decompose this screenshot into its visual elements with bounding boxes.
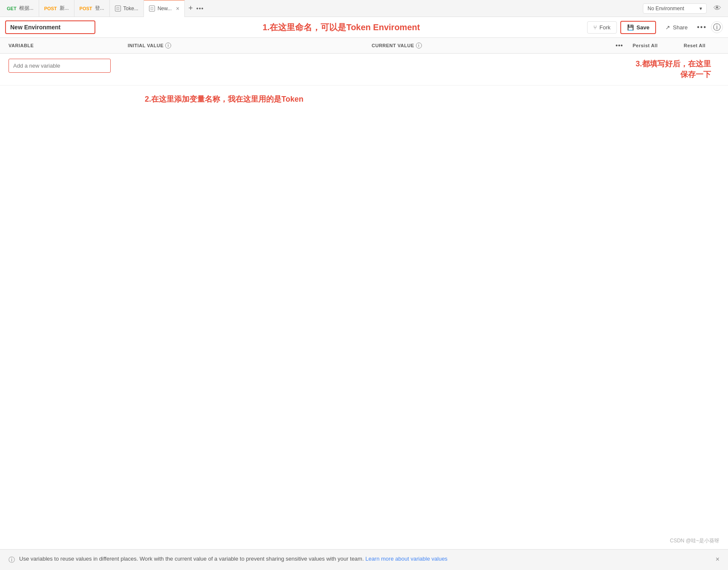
annotation-3: 3.都填写好后，在这里 保存一下	[636, 59, 719, 80]
env-dropdown-area: No Environment ▾ 👁	[638, 3, 726, 14]
env-icon-new: ⊡	[149, 6, 155, 11]
tab-post-login[interactable]: POST 登...	[75, 0, 110, 17]
tab-close-button[interactable]: ×	[176, 5, 179, 12]
info-button[interactable]: ⓘ	[711, 21, 723, 33]
col-current-header: CURRENT VALUE i	[368, 38, 612, 53]
new-variable-input[interactable]	[9, 59, 111, 73]
info-icon: ⓘ	[713, 22, 721, 32]
chevron-down-icon: ▾	[699, 6, 702, 11]
tab-get[interactable]: GET 根据...	[2, 0, 39, 17]
tab-add-button[interactable]: +	[188, 4, 193, 13]
env-selected-value: No Environment	[648, 6, 684, 11]
env-icon-token: ⊡	[115, 6, 121, 11]
share-button[interactable]: ↗ Share	[659, 22, 694, 33]
tip-close-button[interactable]: ×	[716, 556, 719, 563]
tab-bar: GET 根据... POST 新... POST 登... ⊡ Toke... …	[0, 0, 728, 17]
method-post-new-label: POST	[44, 6, 57, 11]
content-area: 1.在这里命名，可以是Token Enviroment ⑂ Fork 💾 Sav…	[0, 17, 728, 570]
tab-get-label: 根据...	[19, 5, 34, 12]
col-initial-header: INITIAL VALUE i	[124, 38, 368, 53]
save-button[interactable]: 💾 Save	[620, 21, 656, 34]
tab-post-new[interactable]: POST 新...	[39, 0, 75, 17]
col-variable-header: VARIABLE	[5, 38, 124, 53]
tab-post-login-text: 登...	[95, 5, 104, 12]
initial-value-info-icon[interactable]: i	[165, 43, 171, 48]
share-label: Share	[673, 24, 688, 31]
variable-cell	[5, 57, 124, 74]
variables-section: VARIABLE INITIAL VALUE i CURRENT VALUE i…	[0, 38, 728, 570]
tab-token-env[interactable]: ⊡ Toke...	[110, 0, 144, 17]
tip-info-icon: ⓘ	[9, 556, 15, 564]
annotation-2: 2.在这里添加变量名称，我在这里用的是Token	[0, 86, 728, 108]
new-variable-row: 3.都填写好后，在这里 保存一下	[0, 54, 728, 86]
current-value-cell[interactable]	[324, 57, 524, 64]
save-icon: 💾	[627, 24, 634, 31]
table-header: VARIABLE INITIAL VALUE i CURRENT VALUE i…	[0, 38, 728, 54]
initial-value-cell[interactable]	[124, 57, 324, 64]
tip-learn-more-link[interactable]: Learn more about variable values	[365, 556, 447, 562]
col-reset-header[interactable]: Reset All	[680, 38, 723, 53]
more-options-button[interactable]: •••	[697, 23, 707, 31]
current-value-info-icon[interactable]: i	[416, 43, 422, 48]
fork-button[interactable]: ⑂ Fork	[587, 21, 617, 34]
method-get-label: GET	[7, 6, 17, 11]
eye-icon[interactable]: 👁	[714, 4, 721, 13]
tip-text-content: Use variables to reuse values in differe…	[19, 556, 447, 562]
environment-name-input[interactable]	[5, 20, 95, 34]
annotation-1: 1.在这里命名，可以是Token Enviroment	[100, 22, 583, 33]
annotation-3-area: 3.都填写好后，在这里 保存一下	[523, 57, 723, 82]
fork-icon: ⑂	[593, 24, 597, 31]
tip-text: Use variables to reuse values in differe…	[19, 556, 364, 562]
watermark: CSDN @哇~是小葵呀	[670, 537, 719, 544]
tab-new-label: New...	[158, 6, 172, 11]
environment-selector[interactable]: No Environment ▾	[643, 3, 707, 14]
bottom-tip: ⓘ Use variables to reuse values in diffe…	[0, 549, 728, 570]
col-persist-header[interactable]: Persist All	[629, 38, 680, 53]
tab-more-button[interactable]: •••	[196, 5, 204, 12]
method-post-login-label: POST	[80, 6, 92, 11]
share-icon: ↗	[665, 24, 670, 31]
tab-actions: + •••	[185, 4, 207, 13]
tab-post-new-text: 新...	[60, 5, 69, 12]
main-toolbar: 1.在这里命名，可以是Token Enviroment ⑂ Fork 💾 Sav…	[0, 17, 728, 38]
tab-new-env[interactable]: ⊡ New... ×	[144, 0, 185, 17]
toolbar-buttons: ⑂ Fork 💾 Save ↗ Share •••	[587, 21, 707, 34]
save-label: Save	[636, 24, 649, 31]
col-more-header: •••	[612, 38, 629, 53]
tab-token-label: Toke...	[123, 6, 138, 11]
fork-label: Fork	[599, 24, 610, 31]
